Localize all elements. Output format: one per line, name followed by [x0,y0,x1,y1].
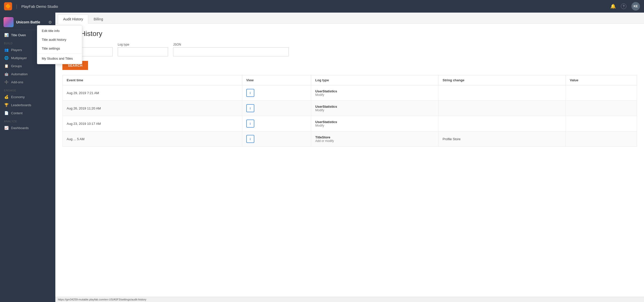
col-view: View [242,75,311,85]
sidebar-item-label: Players [11,48,22,52]
cell-value [566,131,637,147]
dashboards-icon: 📈 [4,126,9,130]
sidebar-item-automation[interactable]: 🤖 Automation [0,70,55,78]
cell-value [566,101,637,116]
tab-audit-history[interactable]: Audit History [58,14,88,24]
gear-icon[interactable]: ⚙ [48,20,52,25]
log-type-main: UserStatistics [315,105,434,108]
log-type-sub: Modify [315,108,434,112]
content-icon: 📄 [4,111,9,115]
cell-string-change [438,85,566,101]
view-button[interactable]: i [246,135,254,143]
top-nav: 🔶 | PlayFab Demo Studio 🔔 ? KE [0,0,644,13]
table-row: Aug 29, 2019 7:21 AM i UserStatistics Mo… [63,85,637,101]
cell-event-time: Aug 29, 2019 7:21 AM [63,85,242,101]
leaderboards-icon: 🏆 [4,103,9,107]
cell-log-type: UserStatistics Modify [311,85,438,101]
dropdown-menu: Edit title info Title audit history Titl… [37,25,82,64]
table-row: Aug 26, 2019 11:20 AM i UserStatistics M… [63,101,637,116]
sidebar-item-economy[interactable]: 💰 Economy [0,93,55,101]
automation-icon: 🤖 [4,72,9,76]
cell-event-time: Aug 26, 2019 11:20 AM [63,101,242,116]
log-type-main: UserStatistics [315,89,434,93]
status-url: https://gm34259-mutable.playfab.com/en-U… [58,298,146,301]
title-overview-icon: 📊 [4,33,9,37]
view-button[interactable]: i [246,89,254,97]
sidebar-item-label: Automation [11,72,28,76]
log-type-sub: Modify [315,124,434,127]
json-filter-label: JSON [173,43,289,46]
groups-icon: 📋 [4,64,9,68]
studio-name: PlayFab Demo Studio [21,4,58,9]
top-nav-right: 🔔 ? KE [610,2,640,11]
dropdown-title-settings[interactable]: Title settings [37,44,82,53]
main-content: Audit History Billing Audit History User… [55,13,644,302]
title-avatar [4,17,14,27]
sidebar-item-leaderboards[interactable]: 🏆 Leaderboards [0,101,55,109]
view-button[interactable]: i [246,120,254,128]
table-row: Aug 23, 2019 10:17 AM i UserStatistics M… [63,116,637,131]
col-log-type: Log type [311,75,438,85]
tab-bar: Audit History Billing [55,13,644,24]
page-title: Audit History [62,30,637,38]
filter-group-logtype: Log type [118,43,168,56]
sidebar-item-label: Groups [11,64,22,68]
dropdown-divider [37,53,82,54]
dropdown-edit-title-info[interactable]: Edit title info [37,26,82,35]
cell-view: i [242,131,311,147]
json-filter-input[interactable] [173,47,289,56]
col-string-change: String change [438,75,566,85]
filter-row: User Log type JSON [62,43,637,56]
log-type-filter-label: Log type [118,43,168,46]
sidebar-item-content[interactable]: 📄 Content [0,109,55,117]
cell-event-time: Aug ... 5 AM [63,131,242,147]
cell-log-type: UserStatistics Modify [311,116,438,131]
title-name: Unicorn Battle [16,20,46,24]
sidebar-item-label: Economy [11,95,25,99]
cell-view: i [242,116,311,131]
bell-icon[interactable]: 🔔 [610,4,616,9]
sidebar-item-label: Multiplayer [11,56,27,60]
sidebar-item-label: Add-ons [11,80,23,84]
log-type-main: UserStatistics [315,120,434,124]
tab-billing[interactable]: Billing [88,14,108,24]
col-event-time: Event time [63,75,242,85]
log-type-filter-input[interactable] [118,47,168,56]
dropdown-my-studios-and-titles[interactable]: My Studios and Titles [37,54,82,63]
cell-string-change: Profile Store [438,131,566,147]
log-type-sub: Add or modify [315,139,434,143]
playfab-logo: 🔶 [4,2,12,10]
log-type-sub: Modify [315,93,434,97]
table-row: Aug ... 5 AM i TitleStore Add or modify … [63,131,637,147]
sidebar-section-analyze: ANALYZE [0,117,55,124]
cell-event-time: Aug 23, 2019 10:17 AM [63,116,242,131]
players-icon: 👥 [4,48,9,52]
economy-icon: 💰 [4,95,9,99]
cell-string-change [438,116,566,131]
sidebar-section-engage: ENGAGE [0,86,55,93]
log-type-main: TitleStore [315,135,434,139]
sidebar-item-dashboards[interactable]: 📈 Dashboards [0,124,55,132]
cell-value [566,85,637,101]
cell-view: i [242,85,311,101]
page-body: Audit History User Log type JSON SEARCH [55,24,644,297]
sidebar-item-addons[interactable]: ➕ Add-ons [0,78,55,86]
help-icon[interactable]: ? [621,4,626,9]
sidebar-item-label: Content [11,111,23,115]
sidebar-item-label: Leaderboards [11,103,31,107]
nav-divider: | [16,4,17,9]
layout: Unicorn Battle ⚙ 📊 Title Oven BUILD 👥 Pl… [0,13,644,302]
addons-icon: ➕ [4,80,9,84]
audit-table: Event time View Log type String change V… [62,75,637,147]
cell-view: i [242,101,311,116]
view-button[interactable]: i [246,104,254,112]
multiplayer-icon: 🌐 [4,56,9,60]
cell-log-type: TitleStore Add or modify [311,131,438,147]
dropdown-title-audit-history[interactable]: Title audit history [37,35,82,44]
cell-value [566,116,637,131]
user-avatar[interactable]: KE [631,2,640,11]
cell-string-change [438,101,566,116]
col-value: Value [566,75,637,85]
sidebar-item-label: Title Oven [11,33,26,37]
sidebar-item-label: Dashboards [11,126,29,130]
